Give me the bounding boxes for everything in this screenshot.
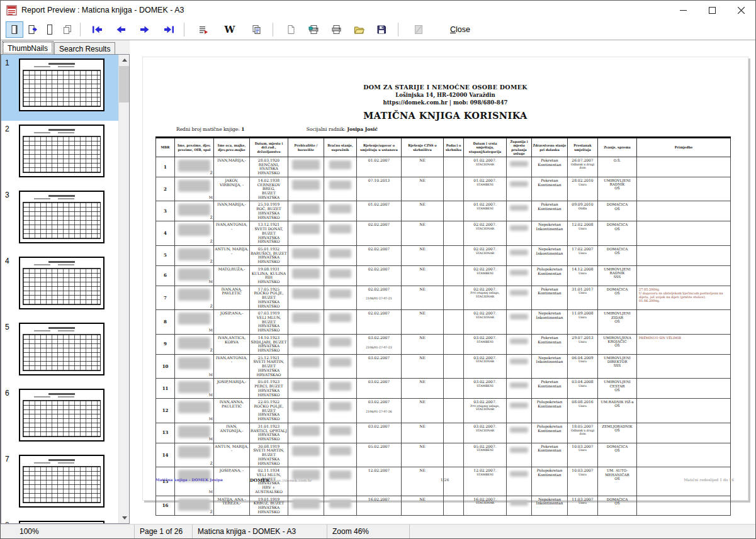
cell-birth: 17.05.1925 ROČKO POLJE, BUZET HRVATSKA H… [250, 286, 288, 310]
redacted-marital [329, 249, 351, 258]
redacted-county [510, 358, 529, 364]
multi-page-icon [62, 25, 72, 35]
cell-parents: IVAN,ANTICA, KORVA [214, 334, 250, 354]
thumbnail-title-line [48, 63, 75, 65]
cell-gender: Ž [210, 240, 213, 244]
print-button[interactable] [327, 21, 345, 38]
thumbnail-item[interactable]: 1 [1, 55, 118, 121]
redacted-residence [292, 204, 320, 214]
redacted-residence [292, 357, 320, 367]
cell-county [507, 265, 532, 286]
cell-marital [324, 265, 357, 286]
cell-health: Polupokretan Kontinentan [532, 265, 568, 286]
cell-county [507, 286, 532, 310]
thumbnail-item[interactable]: 6 [1, 385, 118, 451]
cell-guardian [444, 354, 464, 379]
thumbnail-page[interactable] [19, 58, 104, 111]
search-button[interactable]: W [221, 21, 239, 38]
print-setup-button[interactable] [305, 21, 322, 38]
cell-gender: Ž [210, 171, 213, 175]
table-row: 13 M IVAN, ANTONIJA,- 31.01.1923 RASTIĆI… [156, 423, 731, 443]
panel-tabs: ThumbNails Search Results [1, 40, 130, 54]
cell-occupation: ZEMLJORADNIK OŠ [598, 423, 637, 443]
col-header: Bračno stanje, supružnik [324, 138, 357, 157]
thumbnail-page[interactable] [19, 323, 104, 375]
redacted-name [178, 337, 211, 349]
page-width-view-button[interactable] [23, 21, 41, 38]
cell-decision: 05.02.2007 [357, 443, 402, 467]
cell-residence [288, 334, 324, 354]
cell-czss: NE [402, 423, 444, 443]
scrollbar-thumb[interactable] [119, 66, 130, 103]
status-zoom: Zoom 46% [327, 525, 410, 538]
next-page-button[interactable] [136, 21, 154, 38]
thumbnail-page[interactable] [19, 125, 104, 177]
scroll-down-icon[interactable] [119, 513, 130, 523]
cell-guardian [444, 157, 464, 177]
cell-health: Pokretan Kontinentan [532, 443, 568, 467]
thumbnail-number: 2 [5, 125, 15, 133]
blank-page-button[interactable] [282, 21, 300, 38]
redacted-county [510, 427, 529, 433]
tab-search-results[interactable]: Search Results [54, 42, 115, 55]
thumbnail-item[interactable]: 3 [1, 187, 118, 253]
previous-page-button[interactable] [112, 21, 130, 38]
cell-county [507, 496, 532, 516]
thumbnail-item[interactable]: 4 [1, 253, 118, 319]
single-page-view-button[interactable] [6, 21, 23, 38]
scroll-up-icon[interactable] [119, 55, 130, 65]
table-row: 14 Ž ANTUN, MARIJA, - 30.08.1919 SVETI M… [156, 443, 731, 467]
thumbnail-page[interactable] [19, 257, 104, 309]
whole-page-view-button[interactable] [41, 21, 59, 38]
cell-czss: NE [402, 157, 444, 177]
thumbnail-page[interactable] [19, 455, 104, 508]
cell-remarks [637, 177, 731, 201]
last-page-button[interactable] [160, 21, 178, 38]
redacted-marital [329, 338, 351, 347]
thumbnail-page[interactable] [19, 521, 104, 523]
status-page: Page 1 of 26 [135, 525, 193, 538]
thumbnail-table [23, 466, 101, 503]
minimize-button[interactable] [669, 1, 697, 19]
close-window-button[interactable] [726, 1, 755, 19]
thumbnail-page[interactable] [19, 191, 104, 243]
thumbnail-scrollbar[interactable] [118, 55, 129, 523]
first-page-button[interactable] [88, 21, 106, 38]
thumbnail-item[interactable]: 8 [1, 517, 118, 523]
thumbnail-item[interactable]: 7 [1, 451, 118, 517]
thumbnail-item[interactable]: 2 [1, 121, 118, 187]
redacted-marital [329, 181, 351, 189]
cell-decision: 02.02.2007 [357, 310, 402, 335]
redacted-county [510, 471, 529, 477]
cell-mbr: 11 [156, 379, 175, 399]
multi-page-view-button[interactable] [59, 21, 76, 38]
copy-page-button[interactable] [247, 21, 265, 38]
cell-termination: 08.08.2016 Umro [568, 399, 598, 423]
goto-page-button[interactable] [195, 21, 212, 38]
cell-czss: NE [402, 265, 444, 286]
cell-placement: 02.02.2007. STACIONAR [464, 221, 507, 246]
cell-gender: M [209, 490, 213, 494]
cell-termination: 06.04.2009 Umro [568, 354, 598, 379]
cell-guardian [444, 286, 464, 310]
thumbnail-item[interactable]: 5 [1, 319, 118, 385]
cell-residence [288, 286, 324, 310]
preview-area[interactable]: DOM ZA STARIJE I NEMOĆNE OSOBE DOMEK Loš… [130, 40, 755, 524]
toolbar-separator [398, 23, 398, 36]
col-header: Podaci o skrbniku [444, 138, 464, 157]
cell-gender: Ž [210, 348, 213, 353]
cell-occupation: UMIROVLJENI CESTAR OŠ [598, 379, 637, 399]
tab-thumbnails[interactable]: ThumbNails [2, 41, 54, 55]
cell-name: Ž [175, 157, 214, 177]
cell-decision: 02.02.2007 [357, 245, 402, 265]
save-report-button[interactable] [373, 21, 390, 38]
open-report-button[interactable] [350, 21, 368, 38]
cell-decision: 02.02.2007 2106/01-27-07-21 [357, 286, 402, 310]
cell-guardian [444, 423, 464, 443]
close-button[interactable]: Close [444, 23, 477, 36]
thumbnail-page[interactable] [19, 389, 104, 442]
document-meta: Redni broj matične knjige: 1 Socijalni r… [143, 126, 748, 132]
table-row: 6 M MATO,RUŽA,- 19.08.1931 KULINA, KULIN… [156, 265, 731, 286]
cell-termination: 17.02.2007 Umro [568, 245, 598, 265]
maximize-button[interactable] [697, 1, 726, 19]
